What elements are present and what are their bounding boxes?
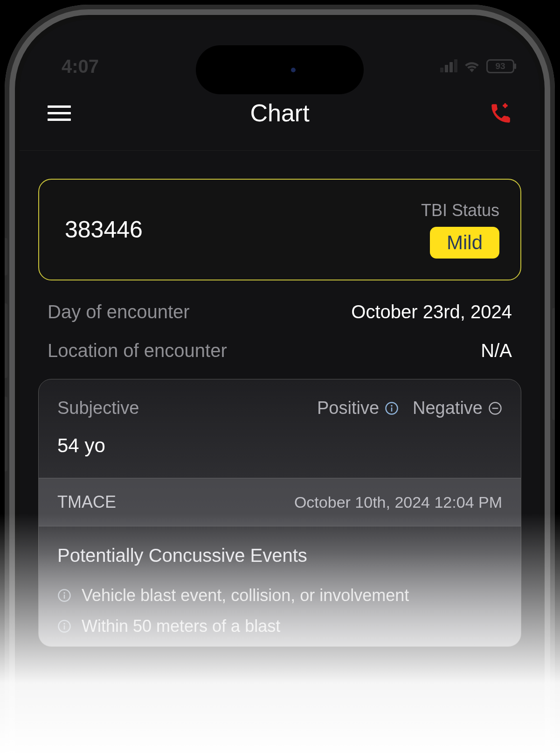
subjective-body: 54 yo	[39, 430, 521, 478]
svg-point-9	[63, 623, 65, 625]
side-button	[5, 303, 7, 378]
pce-section: Potentially Concussive Events Vehicle bl…	[39, 526, 521, 646]
pce-item: Vehicle blast event, collision, or invol…	[57, 580, 502, 611]
encounter-day-value: October 23rd, 2024	[351, 301, 512, 322]
tmace-label: TMACE	[57, 492, 116, 512]
patient-id: 383446	[65, 216, 143, 243]
svg-rect-10	[64, 625, 65, 630]
legend-positive[interactable]: Positive	[317, 398, 399, 418]
encounter-day-label: Day of encounter	[48, 301, 190, 322]
encounter-location-row: Location of encounter N/A	[38, 340, 521, 361]
battery-percent: 93	[495, 61, 505, 71]
wifi-icon	[464, 60, 480, 72]
phone-frame: 4:07 93	[5, 5, 555, 756]
page-title: Chart	[250, 99, 309, 127]
side-button	[5, 238, 7, 275]
cellular-signal-icon	[440, 60, 457, 72]
battery-indicator: 93	[486, 59, 514, 73]
minus-circle-icon	[488, 401, 502, 415]
tmace-timestamp: October 10th, 2024 12:04 PM	[294, 493, 502, 511]
menu-icon[interactable]	[48, 105, 71, 121]
svg-rect-2	[391, 407, 393, 412]
svg-rect-7	[64, 595, 65, 599]
tmace-row[interactable]: TMACE October 10th, 2024 12:04 PM	[39, 478, 521, 526]
pce-item-label: Within 50 meters of a blast	[82, 616, 280, 636]
subjective-title: Subjective	[57, 398, 139, 418]
encounter-location-label: Location of encounter	[48, 340, 227, 361]
side-button	[5, 397, 7, 471]
encounter-location-value: N/A	[481, 340, 512, 361]
svg-point-1	[391, 405, 393, 406]
tbi-status-label: TBI Status	[421, 201, 499, 220]
status-time: 4:07	[62, 56, 99, 77]
info-icon	[57, 619, 71, 633]
pce-title: Potentially Concussive Events	[57, 545, 502, 566]
tbi-status-badge: Mild	[430, 227, 499, 259]
emergency-call-button[interactable]	[489, 101, 512, 125]
patient-id-card[interactable]: 383446 TBI Status Mild	[38, 179, 521, 280]
dynamic-island	[196, 45, 364, 94]
info-icon	[57, 588, 71, 602]
svg-point-6	[63, 592, 65, 594]
encounter-day-row: Day of encounter October 23rd, 2024	[38, 301, 521, 322]
legend-negative[interactable]: Negative	[413, 398, 502, 418]
pce-item: Within 50 meters of a blast	[57, 611, 502, 642]
pce-item-label: Vehicle blast event, collision, or invol…	[82, 586, 409, 605]
info-icon	[385, 401, 399, 415]
subjective-card: Subjective Positive Negative	[38, 379, 521, 647]
side-button	[552, 308, 555, 420]
